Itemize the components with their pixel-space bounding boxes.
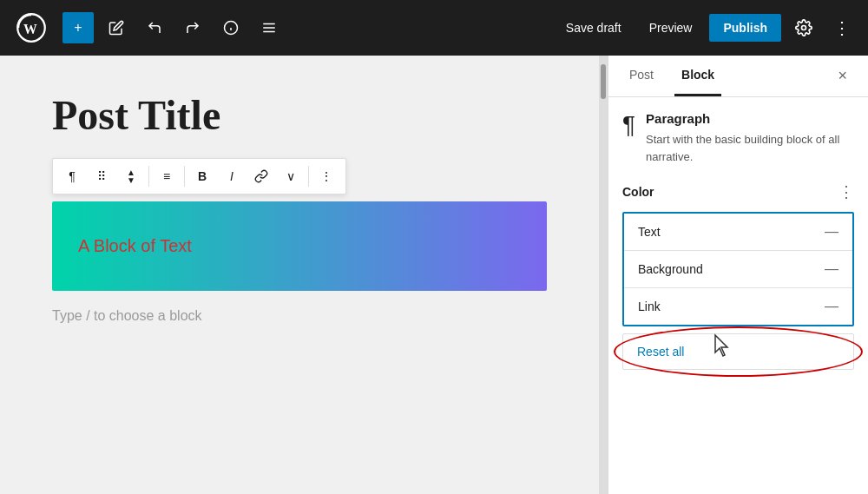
- undo-button[interactable]: [139, 12, 170, 43]
- color-option-link-value: —: [825, 299, 838, 314]
- reset-all-container: Reset all: [622, 333, 854, 370]
- color-option-text-value: —: [825, 224, 838, 240]
- editor-scrollbar[interactable]: [599, 56, 608, 494]
- color-section-header: Color ⋮: [622, 182, 854, 201]
- settings-button[interactable]: [788, 12, 819, 43]
- paragraph-section: ¶ Paragraph Start with the basic buildin…: [622, 111, 854, 165]
- color-section-title: Color: [622, 185, 654, 199]
- top-toolbar: W + Save draft: [0, 0, 868, 56]
- color-option-background-value: —: [825, 261, 838, 277]
- scrollbar-thumb[interactable]: [601, 64, 606, 99]
- paragraph-info: Paragraph Start with the basic building …: [646, 111, 854, 165]
- list-view-button[interactable]: [253, 12, 285, 43]
- post-title[interactable]: Post Title: [52, 90, 547, 141]
- svg-point-8: [802, 26, 806, 30]
- toolbar-divider: [148, 166, 149, 187]
- color-section-menu-button[interactable]: ⋮: [838, 182, 854, 201]
- wp-logo[interactable]: W: [10, 0, 52, 56]
- reset-all-button[interactable]: Reset all: [622, 333, 854, 370]
- paragraph-description: Start with the basic building block of a…: [646, 131, 854, 165]
- add-block-button[interactable]: +: [62, 12, 94, 43]
- close-sidebar-button[interactable]: ×: [831, 56, 854, 96]
- color-option-text[interactable]: Text —: [624, 214, 852, 251]
- redo-button[interactable]: [177, 12, 208, 43]
- toolbar-divider-2: [184, 166, 185, 187]
- color-option-background-label: Background: [638, 262, 703, 276]
- preview-button[interactable]: Preview: [639, 16, 703, 40]
- paragraph-icon: ¶: [622, 113, 635, 137]
- align-button[interactable]: ≡: [153, 162, 181, 190]
- italic-button[interactable]: I: [218, 162, 246, 190]
- colored-block[interactable]: A Block of Text: [52, 201, 547, 291]
- toolbar-divider-3: [308, 166, 309, 187]
- more-options-button[interactable]: ⋮: [826, 12, 858, 43]
- info-button[interactable]: [215, 12, 247, 43]
- block-toolbar: ¶ ⠿ ▲▼ ≡ B I ∨ ⋮: [52, 158, 346, 194]
- color-option-link-label: Link: [638, 300, 661, 313]
- add-block-placeholder[interactable]: Type / to choose a block: [52, 308, 547, 324]
- color-option-link[interactable]: Link —: [624, 288, 852, 325]
- edit-mode-button[interactable]: [101, 12, 132, 43]
- paragraph-title: Paragraph: [646, 111, 854, 126]
- tab-post[interactable]: Post: [622, 56, 661, 96]
- editor-area[interactable]: Post Title ¶ ⠿ ▲▼ ≡ B I ∨ ⋮ A: [0, 56, 599, 494]
- bold-button[interactable]: B: [188, 162, 216, 190]
- sidebar-tabs: Post Block ×: [608, 56, 868, 97]
- tab-block[interactable]: Block: [674, 56, 721, 96]
- main-area: Post Title ¶ ⠿ ▲▼ ≡ B I ∨ ⋮ A: [0, 56, 868, 494]
- color-option-text-label: Text: [638, 225, 661, 239]
- more-rich-text-button[interactable]: ∨: [277, 162, 305, 190]
- save-draft-button[interactable]: Save draft: [556, 16, 632, 40]
- toolbar-right: Save draft Preview Publish ⋮: [556, 12, 858, 43]
- move-up-down-button[interactable]: ▲▼: [117, 162, 145, 190]
- sidebar: Post Block × ¶ Paragraph Start with the …: [608, 56, 868, 494]
- svg-text:W: W: [23, 22, 37, 36]
- paragraph-type-button[interactable]: ¶: [58, 162, 86, 190]
- block-options-button[interactable]: ⋮: [312, 162, 340, 190]
- colored-block-text: A Block of Text: [78, 236, 192, 255]
- publish-button[interactable]: Publish: [709, 14, 781, 42]
- color-dropdown: Text — Background — Link —: [622, 212, 854, 326]
- drag-handle-button[interactable]: ⠿: [88, 162, 115, 190]
- color-option-background[interactable]: Background —: [624, 251, 852, 288]
- link-button[interactable]: [247, 162, 275, 190]
- sidebar-content: ¶ Paragraph Start with the basic buildin…: [608, 97, 868, 494]
